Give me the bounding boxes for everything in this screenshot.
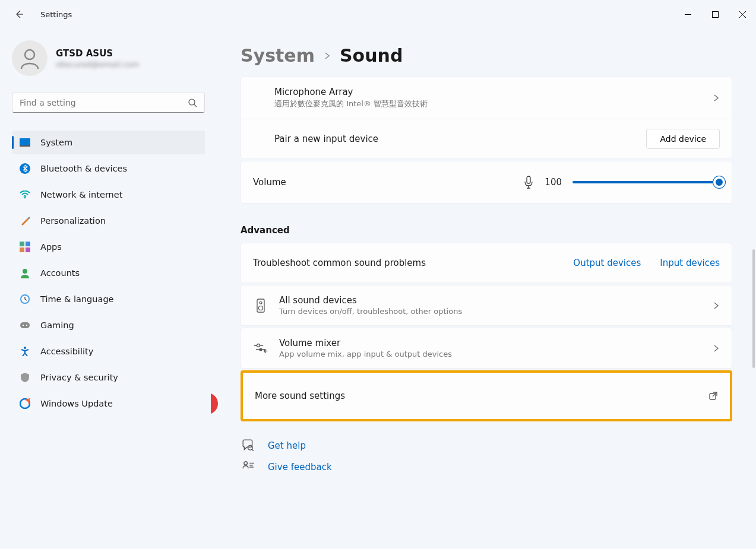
svg-rect-10 [26,247,30,252]
breadcrumb-parent[interactable]: System [241,45,315,66]
volume-label: Volume [253,177,286,188]
device-title: Microphone Array [274,87,702,97]
sidebar-item-label: System [40,138,72,147]
pair-label: Pair a new input device [274,134,378,144]
sidebar-item-label: Privacy & security [40,373,118,382]
window-title: Settings [40,10,72,19]
account-icon [19,267,31,279]
scrollbar[interactable] [752,249,755,368]
card-subtitle: Turn devices on/off, troubleshoot, other… [279,307,702,316]
chevron-right-icon [323,52,331,60]
input-device-row[interactable]: Microphone Array 適用於數位麥克風的 Intel® 智慧型音效技… [241,77,732,119]
arrow-left-icon [14,9,24,19]
svg-point-11 [23,269,27,274]
link-label: Get help [268,440,306,451]
sidebar-item-label: Bluetooth & devices [40,164,127,173]
close-button[interactable] [729,5,756,24]
system-icon [19,137,31,148]
user-name: GTSD ASUS [56,48,139,59]
close-icon [739,11,746,18]
sidebar-item-accounts[interactable]: Accounts [12,261,205,285]
sidebar-item-label: Accessibility [40,347,93,356]
sidebar-item-accessibility[interactable]: Accessibility [12,339,205,363]
svg-rect-19 [527,176,530,183]
more-sound-settings-row[interactable]: More sound settings [243,373,730,419]
sidebar-item-label: Accounts [40,268,80,278]
feedback-icon [242,461,255,474]
svg-point-16 [26,325,27,326]
sidebar-item-apps[interactable]: Apps [12,235,205,259]
sidebar-item-label: Personalization [40,216,106,226]
minimize-button[interactable] [674,5,701,24]
external-link-icon [708,391,718,401]
svg-rect-14 [20,322,30,328]
slider-thumb[interactable] [713,176,725,188]
shield-icon [19,372,31,383]
search-box[interactable] [12,93,205,113]
user-email: obscured@email.com [56,60,139,69]
section-header-advanced: Advanced [241,225,732,236]
svg-rect-3 [20,138,30,145]
speaker-icon [253,298,268,313]
svg-point-6 [24,197,26,199]
svg-rect-4 [20,145,30,147]
chevron-right-icon [713,302,720,309]
sidebar-item-time-language[interactable]: Time & language [12,287,205,311]
svg-point-21 [260,302,262,304]
output-devices-link[interactable]: Output devices [573,258,641,268]
svg-rect-0 [712,11,718,17]
volume-slider[interactable] [572,181,720,183]
sidebar-item-label: Apps [40,242,62,252]
microphone-icon[interactable] [523,176,534,189]
sidebar-item-label: Windows Update [40,399,113,408]
all-sound-devices-card[interactable]: All sound devices Turn devices on/off, t… [241,285,732,326]
accessibility-icon [19,345,31,357]
avatar [12,40,48,76]
svg-point-26 [248,445,252,450]
svg-point-1 [25,50,34,59]
svg-point-23 [257,344,260,347]
breadcrumb-current: Sound [340,45,403,66]
volume-card: Volume 100 [241,161,732,204]
more-sound-settings-highlight: More sound settings [241,370,732,421]
sidebar-item-bluetooth[interactable]: Bluetooth & devices [12,157,205,180]
svg-point-15 [23,325,24,326]
sidebar-item-personalization[interactable]: Personalization [12,209,205,233]
input-devices-link[interactable]: Input devices [660,258,720,268]
window-controls [674,5,756,24]
nav: System Bluetooth & devices Network & int… [12,131,205,415]
device-subtitle: 適用於數位麥克風的 Intel® 智慧型音效技術 [274,99,702,109]
chevron-right-icon [713,345,720,352]
get-help-link[interactable]: Get help [242,439,732,452]
search-input[interactable] [20,98,188,107]
user-block[interactable]: GTSD ASUS obscured@email.com [12,40,205,76]
bluetooth-icon [19,163,31,174]
add-device-button[interactable]: Add device [646,129,720,149]
svg-point-2 [189,99,195,105]
svg-point-27 [244,462,248,465]
card-title: Volume mixer [279,338,702,348]
sidebar-item-privacy[interactable]: Privacy & security [12,366,205,389]
volume-value: 100 [545,177,562,188]
search-icon [188,98,197,107]
breadcrumb: System Sound [241,45,732,66]
svg-point-24 [260,348,262,351]
sidebar-item-network[interactable]: Network & internet [12,183,205,207]
card-subtitle: App volume mix, app input & output devic… [279,350,702,358]
sidebar-item-system[interactable]: System [12,131,205,154]
minimize-icon [685,11,691,18]
troubleshoot-label: Troubleshoot common sound problems [253,258,554,268]
give-feedback-link[interactable]: Give feedback [242,461,732,474]
svg-point-22 [259,306,263,310]
sidebar-item-windows-update[interactable]: Windows Update [12,392,205,415]
sidebar-item-label: Time & language [40,294,114,304]
volume-mixer-card[interactable]: Volume mixer App volume mix, app input &… [241,328,732,369]
svg-point-17 [24,347,26,349]
back-button[interactable] [10,5,29,24]
chevron-right-icon [713,94,720,101]
sidebar-item-gaming[interactable]: Gaming [12,313,205,337]
link-label: Give feedback [268,462,332,472]
svg-rect-8 [26,242,30,246]
maximize-button[interactable] [701,5,729,24]
sidebar: GTSD ASUS obscured@email.com System Blue… [0,28,211,549]
